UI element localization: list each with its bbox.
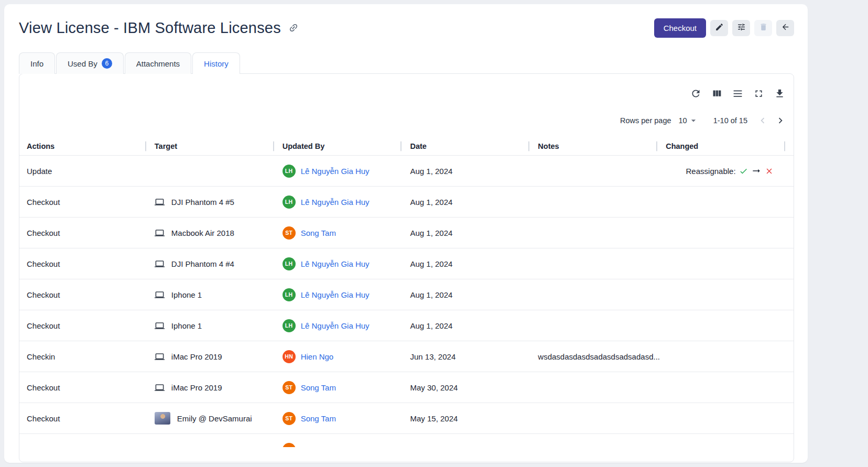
table-rows-clip: UpdateLHLê Nguyễn Gia HuyAug 1, 2024Reas… — [19, 156, 794, 447]
filter-button[interactable] — [732, 20, 750, 36]
laptop-icon — [155, 321, 165, 331]
user-link[interactable]: Lê Nguyễn Gia Huy — [301, 167, 370, 176]
delete-button[interactable] — [754, 20, 772, 36]
next-page-button[interactable] — [772, 112, 789, 129]
cell-updated-by: STSong Tam — [283, 381, 410, 394]
trash-icon — [759, 23, 768, 33]
table-row: CheckiniMac Pro 2019HNHien NgoJun 13, 20… — [19, 341, 794, 372]
cell-updated-by: LHLê Nguyễn Gia Huy — [283, 196, 410, 209]
avatar: LH — [283, 196, 296, 209]
target-label: Macbook Air 2018 — [171, 229, 234, 237]
cell-updated-by: LHLê Nguyễn Gia Huy — [283, 319, 410, 332]
refresh-button[interactable] — [690, 88, 701, 99]
cell-action: Update — [27, 167, 155, 176]
target-label: iMac Pro 2019 — [171, 352, 222, 361]
user-link[interactable]: Lê Nguyễn Gia Huy — [301, 198, 370, 207]
column-header-date[interactable]: Date — [410, 142, 538, 150]
grid-toolbar — [19, 74, 794, 99]
pagination: Rows per page 10 1-10 of 15 — [19, 112, 794, 129]
cell-target: iMac Pro 2019 — [155, 383, 283, 393]
table-row: CheckoutMacbook Air 2018STSong TamAug 1,… — [19, 218, 794, 248]
density-button[interactable] — [732, 88, 743, 99]
target-label: Iphone 1 — [171, 290, 202, 299]
rows-per-page-label: Rows per page — [620, 116, 671, 125]
refresh-icon — [690, 88, 701, 99]
target-label: Emily @ DevSamurai — [177, 414, 252, 423]
tab-used-by[interactable]: Used By 6 — [56, 52, 124, 74]
cell-action: Checkout — [27, 229, 155, 237]
checkout-button[interactable]: Checkout — [654, 18, 706, 38]
user-link[interactable]: Lê Nguyễn Gia Huy — [301, 290, 370, 299]
fullscreen-button[interactable] — [753, 88, 764, 99]
table-head: ActionsTargetUpdated ByDateNotesChanged — [19, 137, 794, 156]
arrow-left-icon — [781, 23, 790, 33]
laptop-icon — [155, 197, 165, 207]
view-license-page: View License - IBM Software Licenses Che… — [4, 4, 808, 463]
table-row: CheckoutIphone 1LHLê Nguyễn Gia HuyAug 1… — [19, 310, 794, 341]
cross-icon — [765, 167, 774, 176]
cell-updated-by — [283, 443, 410, 448]
link-icon[interactable] — [288, 23, 299, 33]
cell-updated-by: LHLê Nguyễn Gia Huy — [283, 165, 410, 178]
user-link[interactable]: Lê Nguyễn Gia Huy — [301, 321, 370, 330]
cell-target: iMac Pro 2019 — [155, 352, 283, 362]
cell-date: May 30, 2024 — [410, 383, 538, 392]
cell-date: May 15, 2024 — [410, 414, 538, 423]
avatar: ST — [283, 381, 296, 394]
avatar: HN — [283, 350, 296, 363]
cell-action: Checkout — [27, 414, 155, 423]
tab-attachments[interactable]: Attachments — [125, 52, 191, 74]
edit-button[interactable] — [710, 20, 728, 36]
cell-updated-by: STSong Tam — [283, 412, 410, 425]
back-button[interactable] — [776, 20, 794, 36]
header-actions: Checkout — [654, 18, 794, 38]
laptop-icon — [155, 259, 165, 269]
table-row — [19, 434, 794, 447]
laptop-icon — [155, 352, 165, 362]
tab-attachments-label: Attachments — [136, 59, 180, 68]
tab-history[interactable]: History — [192, 52, 240, 74]
table-row: UpdateLHLê Nguyễn Gia HuyAug 1, 2024Reas… — [19, 156, 794, 187]
cell-action: Checkin — [27, 352, 155, 361]
pagination-range: 1-10 of 15 — [713, 116, 747, 125]
table-row: CheckoutiMac Pro 2019STSong TamMay 30, 2… — [19, 372, 794, 403]
changed-label: Reassignable: — [686, 167, 736, 176]
column-header-actions[interactable]: Actions — [27, 142, 155, 150]
avatar: ST — [283, 412, 296, 425]
cell-date: Aug 1, 2024 — [410, 198, 538, 207]
user-link[interactable]: Song Tam — [301, 383, 336, 392]
cell-updated-by: HNHien Ngo — [283, 350, 410, 363]
sliders-icon — [737, 23, 746, 33]
user-link[interactable]: Hien Ngo — [301, 352, 334, 361]
user-link[interactable]: Song Tam — [301, 229, 336, 237]
used-by-count-badge: 6 — [102, 58, 112, 69]
table-row: CheckoutEmily @ DevSamuraiSTSong TamMay … — [19, 403, 794, 434]
avatar: ST — [283, 226, 296, 240]
columns-icon — [711, 88, 722, 99]
cell-changed: Reassignable: — [666, 166, 794, 176]
rows-per-page-select[interactable]: 10 — [679, 115, 699, 126]
chevron-left-icon — [757, 115, 768, 126]
column-header-updated-by[interactable]: Updated By — [283, 142, 410, 150]
columns-button[interactable] — [711, 88, 722, 99]
user-link[interactable]: Song Tam — [301, 414, 336, 423]
cell-notes: wsdasdasdasdsadasdsadsadasd... — [538, 352, 666, 361]
laptop-icon — [155, 290, 165, 300]
cell-date: Aug 1, 2024 — [410, 321, 538, 330]
column-header-notes[interactable]: Notes — [538, 142, 666, 150]
cell-target: DJI Phantom 4 #4 — [155, 259, 283, 269]
cell-date: Aug 1, 2024 — [410, 229, 538, 237]
cell-date: Aug 1, 2024 — [410, 290, 538, 299]
tab-info[interactable]: Info — [19, 52, 55, 74]
avatar: LH — [283, 288, 296, 301]
user-link[interactable]: Lê Nguyễn Gia Huy — [301, 259, 370, 268]
page-header: View License - IBM Software Licenses Che… — [19, 17, 794, 39]
column-header-target[interactable]: Target — [155, 142, 283, 150]
column-header-changed[interactable]: Changed — [666, 142, 794, 150]
cell-updated-by: STSong Tam — [283, 226, 410, 240]
target-label: iMac Pro 2019 — [171, 383, 222, 392]
download-button[interactable] — [774, 88, 785, 99]
prev-page-button[interactable] — [754, 112, 772, 129]
laptop-icon — [155, 383, 165, 393]
cell-date: Aug 1, 2024 — [410, 259, 538, 268]
